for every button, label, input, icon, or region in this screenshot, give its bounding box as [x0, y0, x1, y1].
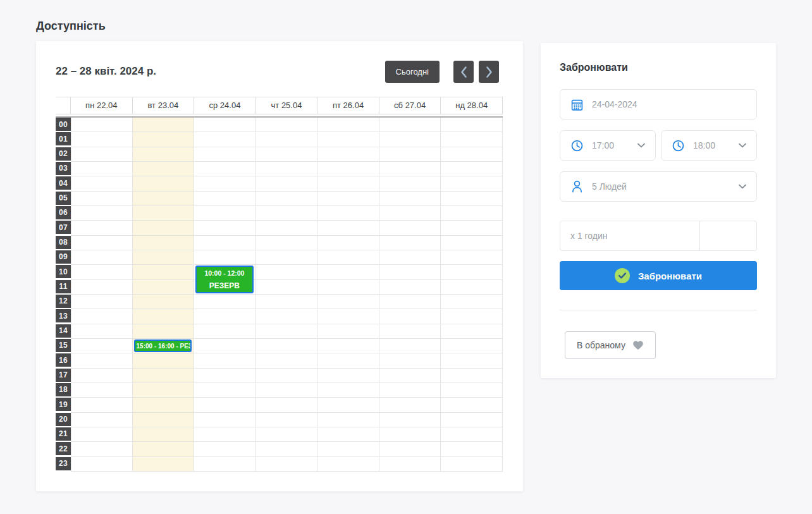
calendar-slot[interactable]: [71, 457, 133, 472]
calendar-slot[interactable]: [256, 132, 318, 147]
calendar-slot[interactable]: [133, 221, 195, 235]
next-week-button[interactable]: [479, 61, 499, 83]
calendar-slot[interactable]: [441, 118, 503, 132]
calendar-slot[interactable]: [379, 132, 441, 147]
calendar-slot[interactable]: [133, 132, 195, 147]
calendar-slot[interactable]: [71, 280, 133, 295]
calendar-slot[interactable]: [133, 309, 195, 324]
calendar-slot[interactable]: [194, 162, 256, 176]
calendar-slot[interactable]: [379, 265, 441, 279]
calendar-slot[interactable]: [256, 147, 318, 162]
calendar-slot[interactable]: [133, 457, 195, 472]
calendar-slot[interactable]: [441, 265, 503, 279]
calendar-slot[interactable]: [194, 147, 256, 162]
calendar-slot[interactable]: [441, 162, 503, 176]
calendar-slot[interactable]: [71, 353, 133, 368]
calendar-slot[interactable]: [133, 324, 195, 339]
calendar-slot[interactable]: [133, 413, 195, 427]
calendar-slot[interactable]: [256, 206, 318, 221]
calendar-slot[interactable]: [379, 309, 441, 324]
calendar-slot[interactable]: [441, 324, 503, 339]
calendar-slot[interactable]: [133, 192, 195, 206]
calendar-slot[interactable]: [133, 250, 195, 265]
add-to-favorites-button[interactable]: В обраному: [565, 331, 656, 359]
calendar-slot[interactable]: [133, 280, 195, 295]
calendar-slot[interactable]: [441, 147, 503, 162]
calendar-slot[interactable]: [71, 383, 133, 398]
calendar-slot[interactable]: [256, 309, 318, 324]
calendar-event[interactable]: 15:00 - 16:00 - РЕЗЕРВ: [134, 340, 192, 352]
calendar-slot[interactable]: [71, 339, 133, 353]
calendar-slot[interactable]: [317, 176, 379, 191]
calendar-slot[interactable]: [317, 265, 379, 279]
calendar-slot[interactable]: [379, 295, 441, 309]
calendar-slot[interactable]: [133, 206, 195, 221]
calendar-slot[interactable]: [256, 339, 318, 353]
calendar-slot[interactable]: [194, 206, 256, 221]
calendar-slot[interactable]: [194, 353, 256, 368]
calendar-slot[interactable]: [71, 118, 133, 132]
calendar-slot[interactable]: [379, 413, 441, 427]
calendar-slot[interactable]: [317, 221, 379, 235]
calendar-slot[interactable]: [317, 250, 379, 265]
calendar-slot[interactable]: [71, 309, 133, 324]
calendar-slot[interactable]: [256, 192, 318, 206]
calendar-slot[interactable]: [71, 221, 133, 235]
calendar-slot[interactable]: [317, 295, 379, 309]
date-input[interactable]: 24-04-2024: [560, 89, 757, 119]
calendar-slot[interactable]: [71, 176, 133, 191]
calendar-slot[interactable]: [441, 250, 503, 265]
calendar-slot[interactable]: [133, 162, 195, 176]
calendar-slot[interactable]: [133, 176, 195, 191]
calendar-slot[interactable]: [194, 176, 256, 191]
calendar-slot[interactable]: [441, 369, 503, 383]
calendar-slot[interactable]: [441, 236, 503, 250]
calendar-slot[interactable]: [133, 118, 195, 132]
calendar-slot[interactable]: [71, 369, 133, 383]
calendar-slot[interactable]: [379, 118, 441, 132]
calendar-slot[interactable]: [194, 413, 256, 427]
calendar-slot[interactable]: [317, 413, 379, 427]
calendar-slot[interactable]: [71, 413, 133, 427]
calendar-slot[interactable]: [379, 236, 441, 250]
calendar-slot[interactable]: [71, 162, 133, 176]
calendar-slot[interactable]: [133, 442, 195, 456]
calendar-slot[interactable]: [379, 442, 441, 456]
calendar-slot[interactable]: [194, 192, 256, 206]
calendar-slot[interactable]: [441, 192, 503, 206]
calendar-slot[interactable]: [441, 280, 503, 295]
calendar-slot[interactable]: [256, 295, 318, 309]
calendar-slot[interactable]: [71, 295, 133, 309]
calendar-slot[interactable]: [256, 442, 318, 456]
calendar-slot[interactable]: [379, 221, 441, 235]
calendar-slot[interactable]: [256, 265, 318, 279]
calendar-slot[interactable]: [317, 369, 379, 383]
calendar-slot[interactable]: [256, 236, 318, 250]
calendar-slot[interactable]: [441, 206, 503, 221]
calendar-slot[interactable]: [379, 324, 441, 339]
calendar-slot[interactable]: [256, 118, 318, 132]
calendar-slot[interactable]: [194, 132, 256, 147]
calendar-slot[interactable]: [317, 324, 379, 339]
calendar-slot[interactable]: [379, 176, 441, 191]
calendar-slot[interactable]: [194, 427, 256, 442]
end-time-select[interactable]: 18:00: [661, 130, 757, 161]
calendar-slot[interactable]: [379, 206, 441, 221]
calendar-slot[interactable]: [194, 221, 256, 235]
calendar-slot[interactable]: [441, 457, 503, 472]
calendar-slot[interactable]: [441, 295, 503, 309]
calendar-slot[interactable]: [256, 413, 318, 427]
calendar-slot[interactable]: [71, 324, 133, 339]
calendar-slot[interactable]: [441, 398, 503, 412]
calendar-slot[interactable]: [256, 162, 318, 176]
calendar-slot[interactable]: [317, 118, 379, 132]
calendar-slot[interactable]: [317, 147, 379, 162]
calendar-slot[interactable]: [379, 398, 441, 412]
calendar-slot[interactable]: [256, 250, 318, 265]
calendar-slot[interactable]: [379, 457, 441, 472]
calendar-slot[interactable]: [133, 353, 195, 368]
calendar-slot[interactable]: [379, 147, 441, 162]
calendar-slot[interactable]: [194, 295, 256, 309]
prev-week-button[interactable]: [453, 61, 474, 83]
calendar-slot[interactable]: [133, 147, 195, 162]
